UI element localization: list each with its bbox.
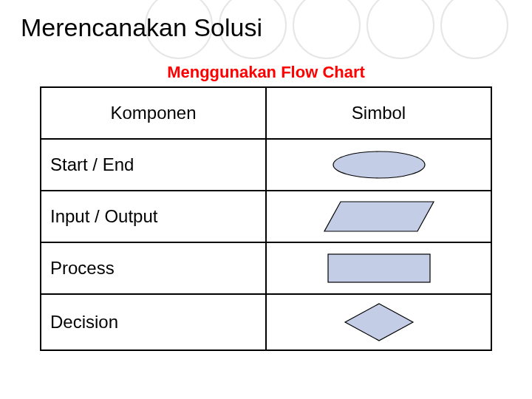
table-header-row: Komponen Simbol [41,87,491,139]
component-label: Start / End [41,139,266,191]
svg-marker-1 [324,202,434,231]
terminator-icon [327,149,431,180]
table-row: Start / End [41,139,491,191]
svg-point-0 [333,151,425,178]
table-row: Decision [41,294,491,350]
diamond-icon [342,301,416,344]
component-label: Process [41,242,266,294]
symbol-cell [266,139,491,191]
symbol-cell [266,294,491,350]
component-label: Input / Output [41,191,266,242]
page-title: Merencanakan Solusi [21,13,511,42]
svg-marker-3 [345,304,413,341]
parallelogram-icon [320,197,438,236]
page-subtitle: Menggunakan Flow Chart [40,63,492,82]
table-row: Input / Output [41,191,491,242]
slide: Merencanakan Solusi Menggunakan Flow Cha… [0,0,532,399]
col-header-komponen: Komponen [41,87,266,139]
col-header-simbol: Simbol [266,87,491,139]
svg-rect-2 [328,254,430,282]
component-label: Decision [41,294,266,350]
symbol-cell [266,191,491,242]
table-row: Process [41,242,491,294]
rectangle-icon [324,250,434,287]
flowchart-symbol-table: Komponen Simbol Start / End Input / Outp… [40,86,492,351]
symbol-cell [266,242,491,294]
